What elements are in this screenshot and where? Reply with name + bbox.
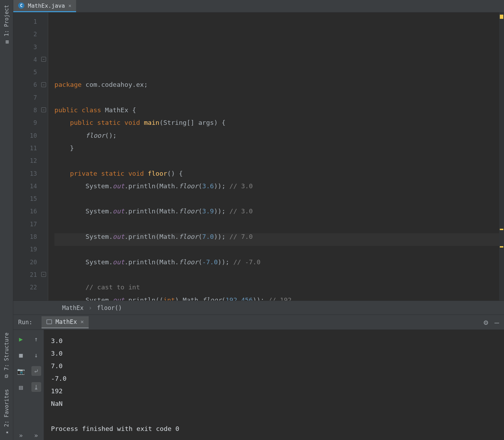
breadcrumb-item[interactable]: floor() xyxy=(97,304,122,311)
line-number[interactable]: 14 xyxy=(13,180,37,192)
code-line[interactable]: System.out.println(Math.floor(-7.0)); //… xyxy=(54,256,499,268)
camera-icon[interactable]: 📷 xyxy=(16,366,26,376)
breadcrumb-item[interactable]: MathEx xyxy=(62,304,83,311)
sidebar-project-label: 1: Project xyxy=(3,5,10,36)
line-number[interactable]: 13 xyxy=(13,167,37,180)
minimize-icon[interactable]: — xyxy=(495,318,499,327)
line-number[interactable]: 4 xyxy=(13,53,37,66)
warning-marker[interactable] xyxy=(500,246,503,248)
code-text-area[interactable]: package com.codeahoy.ex;public class Mat… xyxy=(48,13,499,301)
star-icon: ★ xyxy=(4,431,9,434)
gear-icon[interactable]: ⚙ xyxy=(484,318,488,327)
line-number[interactable]: 7 xyxy=(13,91,37,104)
tab-filename: MathEx.java xyxy=(28,2,65,9)
stop-button[interactable]: ■ xyxy=(16,350,26,360)
fold-icon[interactable]: − xyxy=(41,82,46,87)
line-number[interactable]: 6 xyxy=(13,78,37,91)
code-line[interactable]: } xyxy=(54,142,499,154)
line-number[interactable]: 2 xyxy=(13,28,37,40)
run-button[interactable]: ▶ xyxy=(16,334,26,344)
folder-icon: ▤ xyxy=(4,40,9,43)
code-line[interactable] xyxy=(54,218,499,230)
line-number-gutter[interactable]: 12345678910111213141516171819202122 xyxy=(13,13,40,301)
line-number[interactable]: 11 xyxy=(13,142,37,154)
more-icon[interactable]: » xyxy=(16,430,26,440)
code-line[interactable]: System.out.println(Math.floor(7.0)); // … xyxy=(54,230,499,243)
application-icon xyxy=(46,319,52,324)
code-line[interactable]: package com.codeahoy.ex; xyxy=(54,78,499,91)
code-line[interactable]: public static void main(String[] args) { xyxy=(54,116,499,129)
code-line[interactable] xyxy=(54,268,499,281)
line-number[interactable]: 22 xyxy=(13,281,37,294)
error-stripe[interactable] xyxy=(499,13,504,301)
line-number[interactable]: 19 xyxy=(13,243,37,256)
line-number[interactable]: 9 xyxy=(13,116,37,129)
run-config-tab[interactable]: MathEx ✕ xyxy=(42,316,89,328)
line-number[interactable]: 20 xyxy=(13,256,37,268)
fold-column[interactable]: − − − − xyxy=(40,13,48,301)
line-number[interactable]: 21 xyxy=(13,268,37,281)
line-number[interactable]: 5 xyxy=(13,66,37,78)
line-number[interactable]: 3 xyxy=(13,41,37,53)
fold-icon[interactable]: − xyxy=(41,57,46,62)
more-icon[interactable]: » xyxy=(31,430,41,440)
scroll-to-end-icon[interactable]: ⤓ xyxy=(31,382,41,392)
run-tool-window: ▶ ■ 📷 ▤ » ↑ ↓ ⤶ ⤓ » 3.0 3.0 7.0 -7.0 192… xyxy=(13,330,504,440)
line-number[interactable]: 1 xyxy=(13,15,37,28)
code-line[interactable]: System.out.println((int) Math.floor(192.… xyxy=(54,294,499,301)
code-line[interactable] xyxy=(54,154,499,167)
line-number[interactable]: 12 xyxy=(13,154,37,167)
close-icon[interactable]: ✕ xyxy=(80,318,84,325)
soft-wrap-icon[interactable]: ⤶ xyxy=(31,366,41,376)
down-arrow-icon[interactable]: ↓ xyxy=(31,350,41,360)
line-number[interactable]: 17 xyxy=(13,218,37,230)
run-config-name: MathEx xyxy=(55,318,77,325)
code-line[interactable] xyxy=(54,91,499,104)
sidebar-favorites[interactable]: ★ 2: Favorites xyxy=(0,384,13,440)
fold-icon[interactable]: − xyxy=(41,107,46,112)
editor-tab-mathex[interactable]: C MathEx.java ✕ xyxy=(13,0,76,12)
code-line[interactable]: System.out.println(Math.floor(3.9)); // … xyxy=(54,205,499,218)
code-line[interactable]: public class MathEx { xyxy=(54,104,499,116)
code-line[interactable] xyxy=(54,243,499,256)
warning-marker[interactable] xyxy=(500,15,503,19)
editor-tab-bar: C MathEx.java ✕ xyxy=(13,0,504,13)
code-line[interactable]: // cast to int xyxy=(54,281,499,294)
layout-icon[interactable]: ▤ xyxy=(16,382,26,392)
code-line[interactable]: private static void floor() { xyxy=(54,167,499,180)
code-line[interactable] xyxy=(54,192,499,205)
sidebar-structure-label: 7: Structure xyxy=(3,333,10,370)
line-number[interactable]: 18 xyxy=(13,230,37,243)
run-label: Run: xyxy=(18,319,32,326)
breadcrumb[interactable]: MathEx › floor() xyxy=(13,301,504,314)
java-class-icon: C xyxy=(18,2,24,9)
code-line[interactable]: floor(); xyxy=(54,129,499,142)
sidebar-structure[interactable]: ⧉ 7: Structure xyxy=(0,328,13,384)
run-tool-header: Run: MathEx ✕ ⚙ — xyxy=(13,314,504,330)
sidebar-project[interactable]: ▤ 1: Project xyxy=(0,0,13,50)
line-number[interactable]: 10 xyxy=(13,129,37,142)
fold-icon[interactable]: − xyxy=(41,272,46,277)
sidebar-favorites-label: 2: Favorites xyxy=(3,389,10,427)
code-editor[interactable]: 12345678910111213141516171819202122 − − … xyxy=(13,13,504,301)
line-number[interactable]: 8 xyxy=(13,104,37,116)
structure-icon: ⧉ xyxy=(3,374,9,378)
line-number[interactable]: 15 xyxy=(13,192,37,205)
warning-marker[interactable] xyxy=(500,229,503,230)
console-output[interactable]: 3.0 3.0 7.0 -7.0 192 NaN Process finishe… xyxy=(44,330,504,440)
code-line[interactable]: System.out.println(Math.floor(3.6)); // … xyxy=(54,180,499,192)
chevron-right-icon: › xyxy=(88,304,92,311)
line-number[interactable]: 16 xyxy=(13,205,37,218)
up-arrow-icon[interactable]: ↑ xyxy=(31,334,41,344)
close-icon[interactable]: ✕ xyxy=(68,3,71,8)
